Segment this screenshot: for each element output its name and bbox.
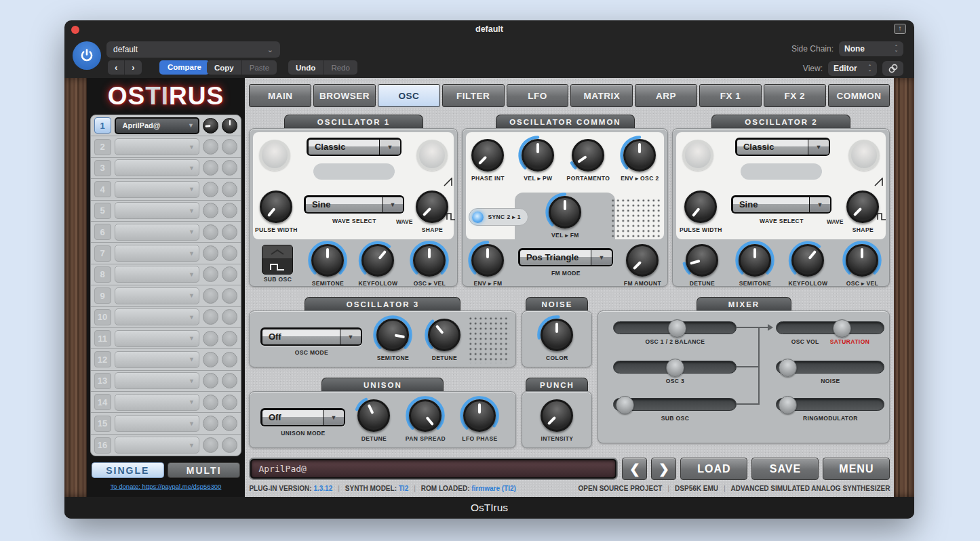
ringmod-slider-handle[interactable] [779,396,797,414]
part-preset-select[interactable]: ▼ [115,394,200,411]
save-button[interactable]: SAVE [751,458,819,480]
color-knob[interactable] [538,317,575,353]
power-button[interactable] [73,41,101,70]
detune-knob[interactable] [355,397,392,434]
part-volume-knob[interactable] [203,160,218,176]
tab-filter[interactable]: FILTER [442,84,505,107]
side-chain-select[interactable]: None ⌃⌄ [839,41,903,56]
part-pan-knob[interactable] [222,416,237,431]
part-volume-knob[interactable] [203,373,218,388]
pulse-width-knob[interactable] [258,188,294,225]
part-preset-select[interactable]: ▼ [115,308,200,325]
part-preset-select[interactable]: ▼ [115,266,200,283]
part-number[interactable]: 15 [94,416,111,432]
status-value[interactable]: 1.3.12 [313,485,332,492]
status-value[interactable]: firmware (TI2) [471,485,516,492]
redo-button[interactable]: Redo [324,60,357,75]
link-button[interactable] [882,61,903,76]
part-number[interactable]: 3 [94,160,111,176]
part-number[interactable]: 9 [94,287,111,304]
next-patch-button[interactable]: ❯ [651,458,676,480]
part-preset-select[interactable]: ▼ [115,138,200,155]
view-select[interactable]: Editor ⌃⌄ [828,61,877,76]
compare-button[interactable]: Compare [159,60,210,75]
single-mode-button[interactable]: SINGLE [92,462,164,478]
osc3-mode-select[interactable]: Off▼ [260,327,362,346]
menu-button[interactable]: MENU [823,458,890,480]
part-pan-knob[interactable] [222,352,237,367]
fm-mode-select[interactable]: Pos Triangle▼ [518,248,613,266]
patch-name-display[interactable]: AprilPad@ [249,458,618,480]
part-volume-knob[interactable] [203,309,218,325]
phase-int-knob[interactable] [469,137,506,174]
fm-amount-knob[interactable] [624,242,661,279]
part-number[interactable]: 8 [94,266,111,283]
shape-knob[interactable] [844,188,881,225]
lfo-phase-knob[interactable] [461,397,498,434]
part-preset-select[interactable]: ▼ [115,415,200,432]
part-pan-knob[interactable] [222,437,237,453]
pan-spread-knob[interactable] [407,397,444,434]
undo-button[interactable]: Undo [288,60,323,75]
part-pan-knob[interactable] [222,224,237,240]
semitone-knob[interactable] [737,242,773,279]
part-pan-knob[interactable] [222,139,237,155]
sub-osc-slider[interactable] [613,398,737,411]
osc-vol-slider[interactable] [776,321,884,334]
part-volume-knob[interactable] [203,331,218,346]
part-number[interactable]: 12 [94,351,111,367]
paste-button[interactable]: Paste [242,60,277,75]
tab-fx-1[interactable]: FX 1 [699,84,762,107]
load-button[interactable]: LOAD [680,458,747,480]
part-number[interactable]: 7 [94,245,111,262]
semitone-knob[interactable] [374,317,411,353]
part-preset-select[interactable]: ▼ [115,245,200,262]
part-preset-select[interactable]: ▼ [115,181,200,198]
part-preset-select[interactable]: ▼ [115,351,200,368]
donate-link[interactable]: To donate: https://paypal.me/dsp56300 [90,483,242,490]
part-pan-knob[interactable] [222,309,237,325]
osc3-slider-handle[interactable] [666,359,684,377]
part-pan-knob[interactable] [222,203,237,218]
part-preset-select[interactable]: ▼ [115,202,200,219]
part-pan-knob[interactable] [222,118,237,134]
part-volume-knob[interactable] [203,266,218,282]
env-fm-knob[interactable] [469,242,506,279]
portamento-knob[interactable] [570,137,606,174]
part-number[interactable]: 16 [94,437,111,454]
env-osc2-knob[interactable] [621,137,658,174]
copy-button[interactable]: Copy [207,60,241,75]
multi-mode-button[interactable]: MULTI [168,462,240,478]
tab-common[interactable]: COMMON [828,84,890,107]
next-preset-button[interactable]: › [125,60,141,75]
part-number[interactable]: 2 [94,139,111,155]
part-preset-select[interactable]: ▼ [115,330,200,347]
part-number[interactable]: 5 [94,203,111,219]
part-volume-knob[interactable] [203,288,218,304]
part-number[interactable]: 6 [94,224,111,240]
part-volume-knob[interactable] [203,416,218,431]
tab-arp[interactable]: ARP [635,84,697,107]
part-pan-knob[interactable] [222,266,237,282]
semitone-knob[interactable] [309,242,346,279]
osc-vol-slider-handle[interactable] [833,319,851,338]
osc12-balance-slider-handle[interactable] [668,319,686,338]
part-volume-knob[interactable] [203,224,218,240]
preset-select[interactable]: ⌄ default [106,41,280,58]
sub-osc-slider-handle[interactable] [616,396,634,414]
tab-lfo[interactable]: LFO [507,84,569,107]
part-number[interactable]: 4 [94,181,111,197]
part-pan-knob[interactable] [222,245,237,261]
part-pan-knob[interactable] [222,373,237,388]
osc-vel-knob[interactable] [844,242,880,279]
part-preset-select[interactable]: ▼ [115,159,200,176]
part-number[interactable]: 1 [94,117,111,134]
osc3-slider[interactable] [613,361,737,374]
part-preset-select[interactable]: ▼ [115,224,200,241]
tab-osc[interactable]: OSC [378,84,440,107]
osc-vel-knob[interactable] [411,242,448,279]
prev-preset-button[interactable]: ‹ [108,60,124,75]
part-volume-knob[interactable] [203,139,218,155]
detune-knob[interactable] [426,317,463,353]
part-number[interactable]: 11 [94,330,111,346]
